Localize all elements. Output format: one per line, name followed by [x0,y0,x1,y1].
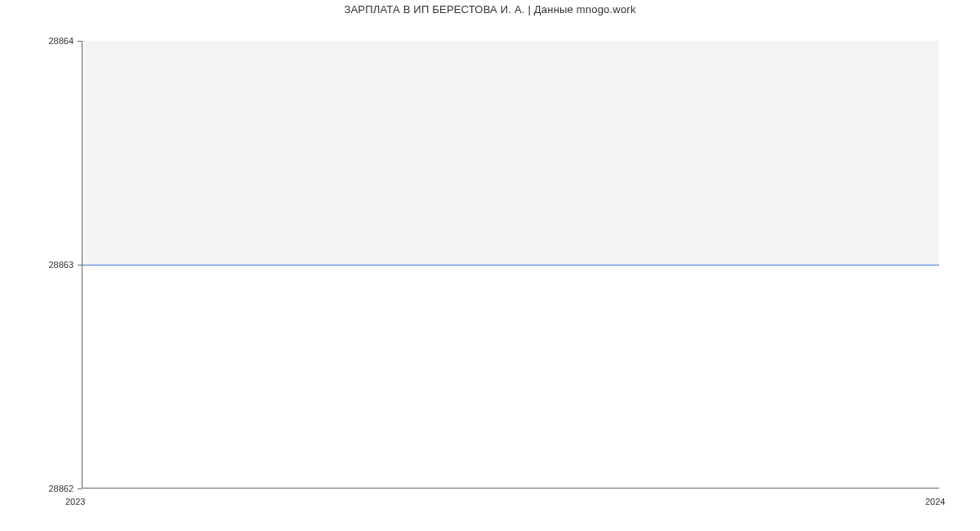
xtick-label: 2023 [65,497,85,506]
series-fill [82,41,939,265]
ytick-label: 28862 [0,484,74,493]
series-line [82,265,939,266]
ytick-label: 28864 [0,36,74,46]
plot-area [82,41,939,489]
salary-chart: ЗАРПЛАТА В ИП БЕРЕСТОВА И. А. | Данные m… [0,0,980,531]
chart-title: ЗАРПЛАТА В ИП БЕРЕСТОВА И. А. | Данные m… [0,3,980,16]
ytick-mark [78,489,82,489]
ytick-label: 28863 [0,260,74,270]
ytick-mark [78,265,82,266]
xtick-label: 2024 [925,497,945,506]
ytick-mark [78,41,82,42]
